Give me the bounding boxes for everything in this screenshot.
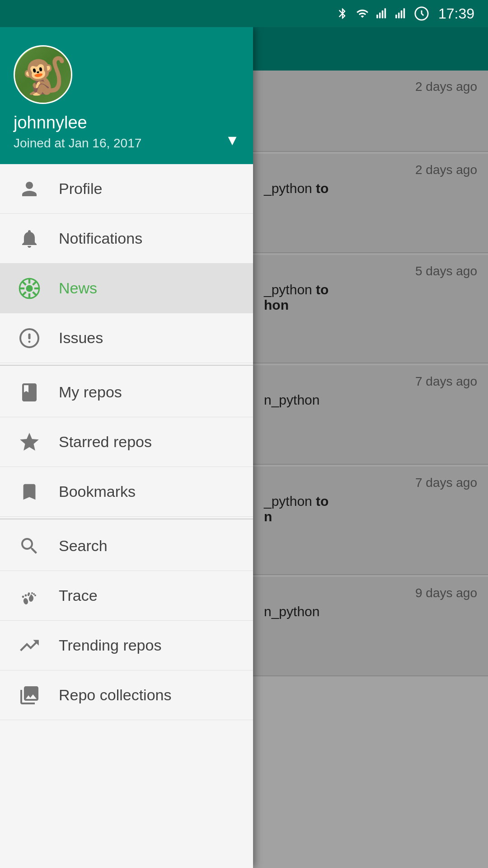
divider-2 [0,519,253,519]
sidebar-item-label-notifications: Notifications [59,230,142,247]
signal1-icon [376,7,389,20]
sidebar-item-repo-collections[interactable]: Repo collections [0,670,253,720]
svg-rect-2 [382,10,384,19]
sidebar-item-label-repo-collections: Repo collections [59,686,171,704]
sidebar-item-starred-repos[interactable]: Starred repos [0,417,253,467]
search-icon [14,530,45,562]
bookmark-icon [14,476,45,508]
bell-icon [14,223,45,255]
sidebar-item-label-search: Search [59,537,108,555]
avatar[interactable]: 🐒 [14,45,72,104]
collections-icon [14,679,45,711]
drawer-user-text: johnnylee Joined at Jan 16, 2017 [14,113,141,151]
trending-icon [14,630,45,661]
svg-rect-0 [376,14,378,18]
dropdown-arrow-icon[interactable]: ▼ [225,132,239,151]
book-icon [14,377,45,408]
svg-point-30 [33,593,35,595]
status-icons [336,6,429,21]
svg-rect-3 [385,8,386,18]
svg-point-21 [28,340,31,343]
drawer-menu: Profile Notifications [0,164,253,868]
signal2-icon [395,7,408,20]
battery-icon [414,6,429,21]
drawer-joined: Joined at Jan 16, 2017 [14,136,141,151]
svg-point-29 [31,592,33,594]
svg-point-25 [25,594,27,596]
status-bar: 17:39 [0,0,488,27]
sidebar-item-label-issues: Issues [59,329,103,347]
sidebar-item-trace[interactable]: Trace [0,571,253,621]
profile-icon [14,173,45,205]
footprint-icon [14,580,45,612]
svg-point-24 [22,595,24,598]
divider-1 [0,365,253,366]
drawer-header: 🐒 johnnylee Joined at Jan 16, 2017 ▼ [0,27,253,164]
status-time: 17:39 [438,5,474,22]
sidebar-item-label-my-repos: My repos [59,383,122,401]
drawer-username: johnnylee [14,113,141,132]
sidebar-item-label-profile: Profile [59,180,102,198]
drawer-overlay[interactable] [244,27,488,868]
sidebar-item-profile[interactable]: Profile [0,164,253,214]
drawer-user-info: johnnylee Joined at Jan 16, 2017 ▼ [14,113,239,151]
wifi-icon [355,7,370,20]
sidebar-item-trending-repos[interactable]: Trending repos [0,621,253,670]
svg-point-22 [23,597,28,604]
svg-rect-6 [401,10,403,19]
star-icon [14,426,45,458]
svg-rect-5 [398,13,400,19]
svg-rect-7 [404,8,405,18]
sidebar-item-label-trace: Trace [59,587,98,604]
sidebar-item-notifications[interactable]: Notifications [0,214,253,264]
sidebar-item-news[interactable]: News [0,264,253,313]
navigation-drawer: 🐒 johnnylee Joined at Jan 16, 2017 ▼ [0,27,253,868]
svg-point-31 [34,594,36,596]
sidebar-item-issues[interactable]: Issues [0,313,253,363]
sidebar-item-my-repos[interactable]: My repos [0,368,253,417]
sidebar-item-bookmarks[interactable]: Bookmarks [0,467,253,517]
sidebar-item-label-bookmarks: Bookmarks [59,483,136,500]
svg-point-10 [26,285,33,292]
svg-rect-1 [379,13,381,19]
sidebar-item-label-trending-repos: Trending repos [59,637,161,654]
svg-rect-4 [395,14,397,18]
sidebar-item-search[interactable]: Search [0,521,253,571]
issues-icon [14,322,45,354]
sidebar-item-label-starred-repos: Starred repos [59,433,152,451]
svg-point-27 [30,594,32,596]
sidebar-item-label-news: News [59,279,97,297]
svg-point-28 [28,592,30,594]
camera-aperture-icon [14,273,45,304]
app-container: 2 days ago 2 days ago _python to 5 days … [0,27,488,868]
bluetooth-icon [336,7,349,20]
